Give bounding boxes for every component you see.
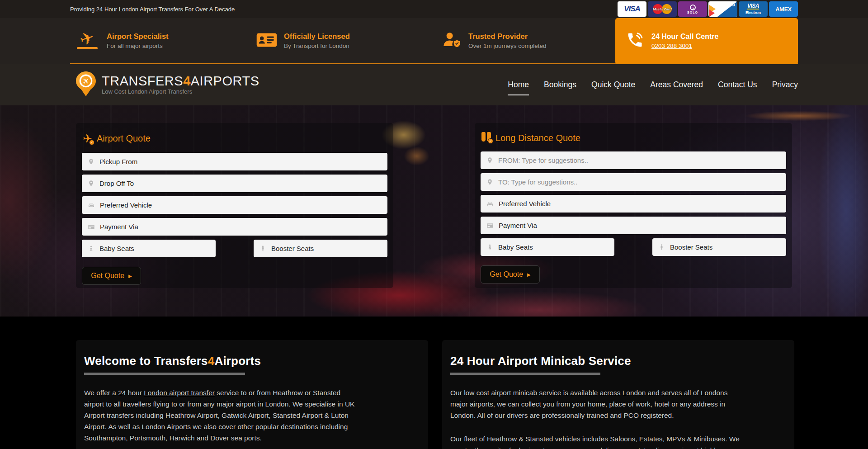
welcome-card: Welcome to Transfers4Airports We offer a… [76,340,428,449]
payment-via-select[interactable]: Payment Via [82,218,387,236]
long-distance-quote-panel: ✓ Long Distance Quote Preferred Vehicle … [475,123,792,288]
content-section: Welcome to Transfers4Airports We offer a… [0,317,868,449]
baby-seats-label: Baby Seats [99,245,134,252]
long-distance-quote-title: ✓ Long Distance Quote [481,132,786,144]
feature-subtitle: For all major airports [107,43,169,49]
from-input[interactable] [498,156,780,164]
visa-label: VISA [624,5,640,14]
delta-label: DELTA [725,4,736,7]
site-logo[interactable]: ✈ TRANSFERS4AIRPORTS Low Cost London Air… [76,71,259,98]
child-icon [259,245,266,252]
solo-label: SOLO [687,11,698,14]
preferred-vehicle-select[interactable]: Preferred Vehicle [481,195,786,213]
visa-electron-card-icon: VISA Electron [739,1,768,17]
feature-subtitle: By Transport for London [284,43,350,49]
preferred-vehicle-label: Preferred Vehicle [100,201,152,209]
feature-trusted-provider: Trusted Provider Over 1m journeys comple… [442,32,547,50]
amex-card-icon: AMEX [769,1,798,17]
solo-card-icon: S SOLO [678,1,707,17]
nav-item-quick-quote[interactable]: Quick Quote [591,80,635,90]
map-pin-icon [486,179,493,185]
car-icon [88,202,95,209]
minicab-heading: 24 Hour Airport Minicab Service [450,354,785,368]
credit-card-icon [88,223,95,231]
feature-airport-specialist: ✈ Airport Specialist For all major airpo… [75,32,169,49]
baby-seats-select[interactable]: Baby Seats [82,240,216,257]
map-pin-plane-logo-icon: ✈ [76,71,96,98]
to-input[interactable] [498,178,780,186]
payment-cards-strip: VISA MasterCard S SOLO DELTA VISA Electr… [618,1,798,17]
nav-item-areas-covered[interactable]: Areas Covered [650,80,703,90]
credit-card-icon [486,222,494,229]
airport-quote-panel: ✈✓ Airport Quote Pickup From Drop Off To… [76,123,393,288]
welcome-heading: Welcome to Transfers4Airports [84,354,419,368]
drop-off-to-select[interactable]: Drop Off To [82,175,387,192]
to-field[interactable] [481,173,786,191]
baby-seats-select[interactable]: Baby Seats [481,238,614,256]
heading-underline [450,373,600,375]
payment-via-select[interactable]: Payment Via [481,217,786,234]
site-header: ✈ TRANSFERS4AIRPORTS Low Cost London Air… [0,64,868,105]
welcome-paragraph: We offer a 24 hour London airport transf… [84,387,359,444]
electron-visa-label: VISA [747,4,759,9]
top-tagline: Providing 24 Hour London Airport Transfe… [70,6,235,13]
delta-red-triangle [709,9,715,17]
top-bar: Providing 24 Hour London Airport Transfe… [0,0,868,18]
preferred-vehicle-label: Preferred Vehicle [499,200,551,208]
london-airport-transfer-link[interactable]: London airport transfer [144,389,215,397]
brand-name: TRANSFERS4AIRPORTS [102,75,259,87]
brand-tagline: Low Cost London Airport Transfers [102,88,259,95]
amex-label: AMEX [775,6,792,13]
pickup-from-select[interactable]: Pickup From [82,153,387,170]
pickup-from-label: Pickup From [99,158,137,165]
feature-title: Trusted Provider [468,32,547,41]
feature-officially-licensed: Officially Licensed By Transport for Lon… [256,32,350,49]
map-pin-icon [88,180,94,187]
mastercard-card-icon: MasterCard [648,1,677,17]
car-icon [486,200,494,208]
call-centre-title: 24 Hour Call Centre [651,33,718,41]
map-pin-icon [486,157,493,164]
payment-via-label: Payment Via [100,223,138,231]
arrow-right-icon: ▶ [527,272,531,277]
feature-bar: ✈ Airport Specialist For all major airpo… [0,18,868,64]
user-shield-icon [442,32,462,50]
get-quote-button[interactable]: Get Quote ▶ [82,267,141,285]
solo-ring: S [690,5,696,10]
plane-takeoff-icon: ✈ [75,32,100,49]
booster-seats-label: Booster Seats [670,243,712,251]
phone-icon [626,32,643,51]
nav-item-contact-us[interactable]: Contact Us [718,80,757,90]
from-field[interactable] [481,151,786,169]
payment-via-label: Payment Via [499,222,537,229]
get-quote-button[interactable]: Get Quote ▶ [481,265,540,284]
heading-underline [84,373,245,375]
baby-seats-label: Baby Seats [498,243,533,251]
main-nav: Home Bookings Quick Quote Areas Covered … [508,80,798,90]
binoculars-check-icon: ✓ [481,132,491,144]
call-centre-phone-link[interactable]: 0203 288 3001 [651,43,692,49]
feature-title: Officially Licensed [284,32,350,41]
visa-delta-card-icon: DELTA [708,1,737,17]
nav-item-home[interactable]: Home [508,80,529,95]
map-pin-icon [88,158,94,165]
id-card-icon [256,33,277,49]
call-centre-box: 24 Hour Call Centre 0203 288 3001 [615,18,798,64]
minicab-paragraph-1: Our low cost airport minicab service is … [450,387,745,421]
arrow-right-icon: ▶ [128,274,132,279]
hero-section: ✈✓ Airport Quote Pickup From Drop Off To… [0,105,868,317]
electron-label: Electron [745,10,761,15]
minicab-paragraph-2: Our fleet of Heathrow & Stansted vehicle… [450,433,745,449]
nav-item-bookings[interactable]: Bookings [544,80,576,90]
plane-check-icon: ✈✓ [83,132,92,145]
nav-item-privacy[interactable]: Privacy [772,80,798,90]
baby-icon [486,244,493,250]
visa-card-icon: VISA [618,1,646,17]
minicab-card: 24 Hour Airport Minicab Service Our low … [442,340,794,449]
baby-icon [88,245,94,252]
feature-title: Airport Specialist [107,32,169,41]
child-icon [658,244,665,250]
booster-seats-select[interactable]: Booster Seats [652,238,786,256]
preferred-vehicle-select[interactable]: Preferred Vehicle [82,196,387,214]
booster-seats-select[interactable]: Booster Seats [254,240,387,257]
